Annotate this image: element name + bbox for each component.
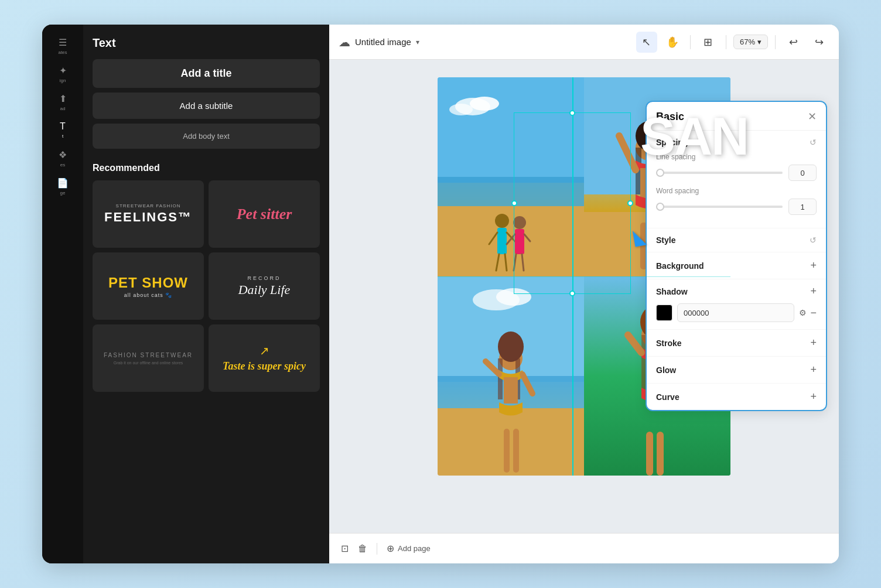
- template-daily-life[interactable]: RECORD Daily Life: [209, 252, 320, 320]
- sidebar-nav: ☰ ates ✦ ign ⬆ ad T t ❖ es 📄 ge: [42, 25, 83, 563]
- background-section[interactable]: Background +: [647, 252, 826, 279]
- tool-divider: [690, 35, 691, 49]
- stroke-plus-icon[interactable]: +: [810, 337, 817, 349]
- spacing-title: Spacing: [656, 138, 688, 147]
- svg-rect-0: [438, 77, 584, 183]
- style-reset-icon[interactable]: ↺: [810, 235, 817, 245]
- svg-rect-39: [504, 377, 518, 404]
- spicy-label: Taste is super spicy: [223, 360, 306, 372]
- nav-page[interactable]: 📄 ge: [48, 175, 77, 198]
- svg-rect-52: [657, 432, 664, 476]
- glow-section[interactable]: Glow +: [647, 357, 826, 384]
- svg-rect-43: [513, 429, 519, 473]
- spacing-section: Spacing ↺ Line spacing 0 Word spacing: [647, 131, 826, 228]
- topbar: ☁ Untitled image ▾ ↖ ✋ ⊞ 67% ▾ ↩ ↪: [329, 25, 839, 60]
- nav-design[interactable]: ✦ ign: [48, 62, 77, 86]
- duplicate-icon: ⊡: [341, 543, 349, 554]
- nav-upload[interactable]: ⬆ ad: [48, 90, 77, 114]
- template-grid: streetwear fashion FEELINGS™ Pet sitter …: [93, 180, 320, 392]
- spacing-reset-icon[interactable]: ↺: [810, 138, 817, 147]
- template-fashion[interactable]: Fashion Streetwear Grab it on our offlin…: [93, 324, 204, 392]
- recommended-title: Recommended: [93, 163, 320, 173]
- shadow-plus-icon[interactable]: +: [810, 285, 817, 298]
- svg-point-32: [496, 288, 531, 306]
- svg-rect-42: [504, 429, 510, 473]
- topbar-right: ↖ ✋ ⊞ 67% ▾ ↩ ↪: [636, 32, 829, 53]
- spicy-arrow-icon: ↗: [259, 344, 269, 358]
- svg-rect-34: [438, 408, 584, 476]
- shadow-color-row: ⚙ −: [656, 303, 817, 322]
- tool-divider2: [726, 35, 726, 49]
- line-spacing-slider[interactable]: [656, 172, 783, 174]
- line-spacing-value[interactable]: 0: [788, 165, 817, 181]
- shadow-color-swatch[interactable]: [656, 305, 672, 321]
- add-body-button[interactable]: Add body text: [93, 124, 320, 149]
- template-feelings[interactable]: streetwear fashion FEELINGS™: [93, 180, 204, 248]
- delete-icon: 🗑: [358, 543, 367, 554]
- project-dropdown-arrow[interactable]: ▾: [416, 38, 419, 46]
- template-spicy[interactable]: ↗ Taste is super spicy: [209, 324, 320, 392]
- hand-tool-button[interactable]: ✋: [662, 32, 683, 53]
- nav-templates[interactable]: ☰ ates: [48, 34, 77, 57]
- text-panel: Text Add a title Add a subtitle Add body…: [83, 25, 329, 563]
- duplicate-page-button[interactable]: ⊡: [341, 543, 349, 554]
- pet-show-sublabel: all about cats 🐾: [124, 292, 173, 298]
- project-name[interactable]: Untitled image: [355, 37, 411, 47]
- add-page-button[interactable]: ⊕ Add page: [387, 543, 431, 554]
- glow-plus-icon[interactable]: +: [810, 364, 817, 376]
- delete-page-button[interactable]: 🗑: [358, 543, 367, 554]
- line-spacing-label: Line spacing: [656, 153, 817, 161]
- redo-button[interactable]: ↪: [808, 32, 829, 53]
- feelings-sublabel: streetwear fashion: [116, 203, 181, 208]
- shadow-minus-icon[interactable]: −: [810, 307, 817, 319]
- template-pet-show[interactable]: PET SHOW all about cats 🐾: [93, 252, 204, 320]
- layout-tool-button[interactable]: ⊞: [698, 32, 719, 53]
- curve-title: Curve: [656, 392, 679, 402]
- add-title-button[interactable]: Add a title: [93, 59, 320, 88]
- right-panel: Basic ✕ Spacing ↺ Line spacing 0: [646, 101, 827, 411]
- undo-button[interactable]: ↩: [783, 32, 804, 53]
- canvas-top-left: [438, 77, 584, 276]
- background-plus-icon[interactable]: +: [810, 259, 817, 272]
- zoom-control[interactable]: 67% ▾: [733, 35, 768, 49]
- zoom-arrow: ▾: [757, 37, 762, 46]
- add-subtitle-button[interactable]: Add a subtitle: [93, 93, 320, 119]
- topbar-left: ☁ Untitled image ▾: [339, 35, 419, 49]
- main-area: ☁ Untitled image ▾ ↖ ✋ ⊞ 67% ▾ ↩ ↪: [329, 25, 839, 563]
- pet-show-label: PET SHOW: [108, 275, 188, 291]
- bottom-divider: [377, 543, 377, 555]
- shadow-filter-icon[interactable]: ⚙: [799, 308, 807, 317]
- line-spacing-row: 0: [656, 165, 817, 181]
- curve-plus-icon[interactable]: +: [810, 391, 817, 403]
- word-spacing-slider[interactable]: [656, 206, 783, 208]
- word-spacing-thumb[interactable]: [656, 203, 664, 211]
- stroke-section[interactable]: Stroke +: [647, 330, 826, 357]
- daily-life-record: RECORD: [247, 275, 281, 281]
- line-spacing-thumb[interactable]: [656, 169, 664, 177]
- template-pet-sitter[interactable]: Pet sitter: [209, 180, 320, 248]
- add-page-label: Add page: [398, 544, 431, 553]
- nav-elements[interactable]: ❖ es: [48, 146, 77, 170]
- canvas-area[interactable]: SAN Basic: [329, 60, 839, 533]
- shadow-header: Shadow +: [656, 285, 817, 298]
- shadow-title: Shadow: [656, 287, 688, 296]
- style-section[interactable]: Style ↺: [647, 228, 826, 252]
- select-tool-button[interactable]: ↖: [636, 32, 657, 53]
- background-title: Background: [656, 261, 704, 271]
- pet-sitter-label: Pet sitter: [237, 206, 292, 223]
- horizontal-guide: [438, 276, 730, 277]
- curve-section[interactable]: Curve +: [647, 384, 826, 410]
- bottom-bar: ⊡ 🗑 ⊕ Add page: [329, 533, 839, 563]
- nav-text[interactable]: T t: [48, 118, 77, 142]
- spacing-header: Spacing ↺: [656, 138, 817, 147]
- style-title: Style: [656, 235, 675, 245]
- panel-close-button[interactable]: ✕: [808, 110, 817, 123]
- add-page-icon: ⊕: [387, 543, 394, 554]
- panel-title-text: Basic: [656, 111, 684, 123]
- daily-life-label: Daily Life: [238, 282, 291, 298]
- svg-rect-5: [438, 206, 584, 276]
- stroke-title: Stroke: [656, 339, 682, 348]
- svg-point-2: [470, 97, 499, 111]
- word-spacing-value[interactable]: 1: [788, 199, 817, 215]
- shadow-color-input[interactable]: [677, 303, 794, 322]
